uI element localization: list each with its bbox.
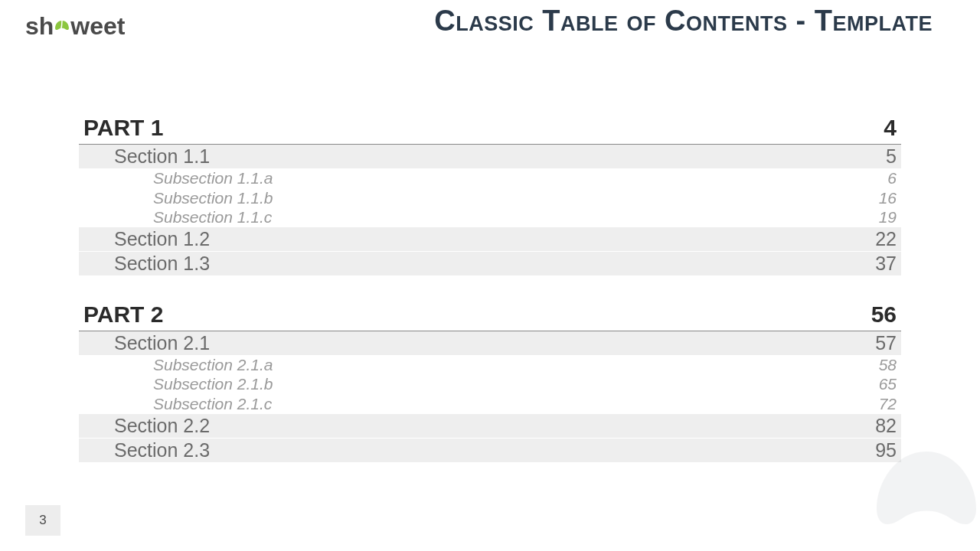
page-number: 3 — [39, 513, 46, 528]
toc-section-page: 22 — [875, 228, 897, 250]
toc-subsection-row: Subsection 1.1.a 6 — [79, 168, 901, 188]
toc-subsection-row: Subsection 2.1.b 65 — [79, 374, 901, 394]
logo: sh weet — [25, 12, 125, 41]
toc-section-row: Section 2.2 82 — [79, 414, 901, 438]
toc-part-label: PART 2 — [83, 302, 163, 328]
logo-text-after: weet — [70, 12, 125, 40]
toc-subsection-page: 16 — [879, 188, 897, 208]
toc-subsection-label: Subsection 2.1.a — [153, 355, 273, 375]
slide-title: Classic Table of Contents - Template — [153, 5, 933, 37]
logo-text-before: sh — [25, 12, 54, 40]
toc-section-label: Section 1.3 — [114, 253, 210, 275]
toc-subsection-page: 19 — [879, 207, 897, 227]
toc-subsection-page: 6 — [887, 168, 897, 188]
table-of-contents: PART 1 4 Section 1.1 5 Subsection 1.1.a … — [79, 113, 901, 487]
toc-subsection-page: 65 — [879, 374, 897, 394]
toc-section-label: Section 2.1 — [114, 332, 210, 354]
toc-part: PART 2 56 Section 2.1 57 Subsection 2.1.… — [79, 300, 901, 462]
leaf-icon — [52, 17, 72, 37]
toc-subsection-label: Subsection 1.1.b — [153, 188, 273, 208]
toc-subsection-label: Subsection 1.1.c — [153, 207, 272, 227]
toc-section-page: 37 — [875, 253, 897, 275]
toc-part-page: 4 — [884, 115, 897, 141]
toc-part: PART 1 4 Section 1.1 5 Subsection 1.1.a … — [79, 113, 901, 276]
toc-part-row: PART 2 56 — [79, 300, 901, 331]
toc-subsection-page: 72 — [879, 394, 897, 414]
toc-section-label: Section 1.1 — [114, 145, 210, 168]
page-number-badge: 3 — [25, 505, 60, 536]
toc-section-page: 82 — [875, 415, 897, 437]
toc-section-page: 95 — [875, 439, 897, 461]
toc-section-row: Section 2.3 95 — [79, 439, 901, 462]
toc-section-label: Section 1.2 — [114, 228, 210, 250]
toc-section-row: Section 1.2 22 — [79, 227, 901, 251]
toc-subsection-row: Subsection 1.1.c 19 — [79, 207, 901, 227]
toc-section-page: 5 — [886, 145, 897, 168]
toc-section-label: Section 2.3 — [114, 439, 210, 461]
toc-section-label: Section 2.2 — [114, 415, 210, 437]
toc-section-page: 57 — [875, 332, 897, 354]
toc-subsection-label: Subsection 1.1.a — [153, 168, 273, 188]
toc-subsection-page: 58 — [879, 355, 897, 375]
toc-part-row: PART 1 4 — [79, 113, 901, 145]
toc-part-page: 56 — [871, 302, 897, 328]
toc-subsection-row: Subsection 2.1.a 58 — [79, 355, 901, 375]
toc-part-label: PART 1 — [83, 115, 163, 141]
toc-subsection-label: Subsection 2.1.b — [153, 374, 273, 394]
toc-section-row: Section 1.3 37 — [79, 252, 901, 276]
toc-subsection-row: Subsection 2.1.c 72 — [79, 394, 901, 414]
toc-subsection-label: Subsection 2.1.c — [153, 394, 272, 414]
toc-section-row: Section 2.1 57 — [79, 331, 901, 355]
toc-subsection-row: Subsection 1.1.b 16 — [79, 188, 901, 208]
toc-section-row: Section 1.1 5 — [79, 145, 901, 168]
